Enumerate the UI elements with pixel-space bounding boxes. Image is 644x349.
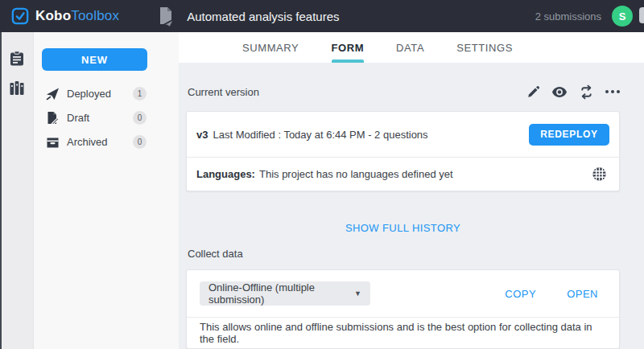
sidebar-item-label: Deployed — [67, 88, 111, 100]
library-icon[interactable] — [8, 80, 26, 97]
rocket-icon — [46, 87, 60, 101]
sidebar-item-label: Archived — [67, 136, 108, 148]
sidebar-item-archived[interactable]: Archived 0 — [34, 129, 179, 154]
dropdown-value: Online-Offline (multiple submission) — [208, 281, 354, 306]
count-badge: 0 — [133, 135, 147, 149]
tab-settings[interactable]: SETTINGS — [456, 32, 513, 63]
version-number: v3 — [196, 129, 208, 141]
submissions-count: 2 submissions — [535, 10, 601, 23]
active-tab-underline — [332, 60, 364, 63]
sidebar-item-draft[interactable]: Draft 0 — [34, 105, 179, 129]
collect-method-dropdown[interactable]: Online-Offline (multiple submission) ▼ — [200, 281, 370, 306]
globe-icon[interactable] — [592, 166, 607, 182]
draft-icon — [46, 111, 60, 125]
last-modified-text: Last Modified : Today at 6:44 PM - 2 que… — [213, 129, 427, 141]
redeploy-button[interactable]: REDEPLOY — [529, 124, 609, 146]
new-project-button[interactable]: NEW — [42, 48, 147, 71]
kobotoolbox-app: KoboToolbox Automated analysis features … — [0, 0, 644, 349]
window-left-edge — [0, 32, 2, 349]
current-version-card: v3 Last Modified : Today at 6:44 PM - 2 … — [186, 111, 620, 191]
show-full-history-link[interactable]: SHOW FULL HISTORY — [186, 222, 620, 234]
tab-form[interactable]: FORM — [331, 32, 364, 63]
collect-data-card: Online-Offline (multiple submission) ▼ C… — [186, 269, 620, 349]
projects-clipboard-icon[interactable] — [8, 50, 26, 68]
more-dots-icon[interactable] — [605, 87, 620, 96]
tab-summary[interactable]: SUMMARY — [242, 32, 299, 63]
form-tabbar: SUMMARY FORM DATA SETTINGS — [179, 32, 644, 63]
kobo-logo-icon — [11, 7, 29, 25]
languages-text: This project has no languages defined ye… — [259, 168, 453, 180]
kobotoolbox-logo[interactable]: KoboToolbox — [11, 7, 119, 25]
form-tab-body: Current version — [179, 63, 644, 349]
app-icon-strip — [0, 32, 34, 349]
top-header: KoboToolbox Automated analysis features … — [0, 0, 644, 32]
copy-link[interactable]: COPY — [505, 288, 536, 300]
open-link[interactable]: OPEN — [567, 288, 598, 300]
tab-data[interactable]: DATA — [396, 32, 424, 63]
sidebar-item-label: Draft — [67, 112, 89, 124]
count-badge: 1 — [133, 87, 147, 101]
preview-eye-icon[interactable] — [551, 86, 568, 98]
count-badge: 0 — [133, 111, 147, 125]
project-rocket-icon — [156, 6, 175, 27]
languages-label: Languages: — [196, 168, 255, 180]
current-version-label: Current version — [188, 86, 259, 98]
avatar[interactable]: S — [612, 6, 633, 27]
redeploy-cycle-icon[interactable] — [579, 84, 594, 100]
main-content: SUMMARY FORM DATA SETTINGS Current versi… — [179, 32, 644, 349]
project-title: Automated analysis features — [187, 10, 339, 23]
edit-pencil-icon[interactable] — [526, 85, 540, 99]
collect-data-label: Collect data — [186, 248, 620, 260]
logo-text: KoboToolbox — [35, 8, 119, 24]
archive-icon — [46, 135, 60, 149]
version-actions — [526, 84, 620, 100]
sidebar-item-deployed[interactable]: Deployed 1 — [34, 81, 179, 105]
chevron-down-icon: ▼ — [354, 289, 361, 298]
project-title-group: Automated analysis features — [156, 6, 339, 27]
projects-sidebar: NEW Deployed 1 Draft — [34, 32, 179, 349]
collect-method-description: This allows online and offline submissio… — [200, 321, 606, 345]
header-edge-element — [639, 7, 644, 23]
